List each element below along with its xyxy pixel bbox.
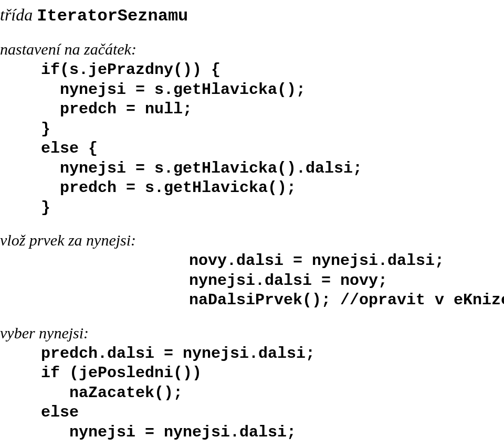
document-page: třída IteratorSeznamu nastavení na začát…: [0, 0, 504, 448]
page-title: třída IteratorSeznamu: [0, 5, 494, 26]
section-select-current: vyber nynejsi: predch.dalsi = nynejsi.da…: [0, 324, 494, 443]
title-prefix: třída: [0, 5, 37, 24]
section-insert-after-current: vlož prvek za nynejsi: novy.dalsi = nyne…: [0, 231, 494, 311]
code-block: if(s.jePrazdny()) { nynejsi = s.getHlavi…: [41, 60, 494, 218]
title-classname: IteratorSeznamu: [37, 6, 188, 26]
section-set-to-start: nastavení na začátek: if(s.jePrazdny()) …: [0, 40, 494, 218]
section-label: vlož prvek za nynejsi:: [0, 231, 494, 249]
code-block: novy.dalsi = nynejsi.dalsi; nynejsi.dals…: [189, 251, 494, 311]
section-label: nastavení na začátek:: [0, 40, 494, 58]
section-label: vyber nynejsi:: [0, 324, 494, 342]
code-block: predch.dalsi = nynejsi.dalsi; if (jePosl…: [41, 344, 494, 443]
